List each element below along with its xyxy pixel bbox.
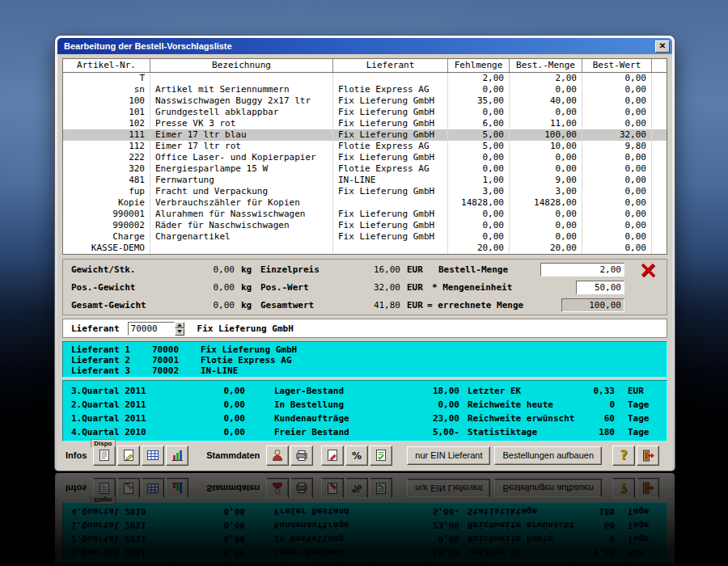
supplier-list-item[interactable]: Lieferant 270001Flotie Express AG: [63, 355, 667, 365]
period-label: 2.Quartal 2011: [71, 398, 176, 412]
question-mark-icon: ?: [620, 448, 628, 463]
period-label: 4.Quartal 2010: [71, 425, 176, 439]
supplier-list-panel: Lieferant 170000Fix Lieferung GmbHLiefer…: [62, 341, 667, 378]
cell-fehlmenge: 6,00: [448, 118, 510, 129]
supplier-list-label: Lieferant 3: [71, 365, 152, 376]
cell-artikel: 990002: [63, 220, 150, 231]
table-row[interactable]: 481FernwartungIN-LINE1,009,000,00: [63, 175, 667, 186]
period-label: 3.Quartal 2011: [71, 384, 176, 398]
exit-button[interactable]: [637, 446, 659, 466]
cell-spare: [652, 95, 667, 107]
column-header[interactable]: Artikel-Nr.: [63, 59, 150, 72]
nur-ein-lieferant-button[interactable]: nur EIN Lieferant: [407, 446, 490, 465]
title-bar[interactable]: Bearbeitung der Bestell-Vorschlagsliste …: [57, 38, 672, 54]
table-view-button[interactable]: [142, 446, 164, 466]
close-button[interactable]: ✕: [655, 40, 670, 53]
customer-master-button[interactable]: [266, 446, 289, 466]
table-row[interactable]: T2,002,000,00: [63, 73, 667, 84]
cell-bezeichnung: Alurahmen für Nasswischwagen: [150, 209, 333, 220]
stock-value: 5,00-: [396, 425, 459, 439]
table-row[interactable]: fupFracht und VerpackungFix Lieferung Gm…: [63, 186, 667, 197]
period-value: 0,00: [176, 398, 245, 412]
column-header[interactable]: Best.-Menge: [510, 59, 582, 72]
table-row[interactable]: snArtikel mit SeriennummernFlotie Expres…: [63, 84, 667, 95]
stats-row: 4.Quartal 20100,00Freier Bestand5,00-Sta…: [63, 425, 667, 439]
errechnete-menge-value: 100,00: [561, 298, 624, 312]
help-button[interactable]: ?: [612, 446, 635, 466]
table-row[interactable]: 222Office Laser- und KopierpapierFix Lie…: [63, 152, 667, 163]
cell-fehlmenge: 0,00: [448, 152, 510, 163]
bestellungen-aufbauen-button[interactable]: Bestellungen aufbauen: [494, 446, 602, 465]
red-x-icon: [640, 261, 658, 279]
table-row[interactable]: 102Presse VK 3 rotFix Lieferung GmbH6,00…: [63, 118, 667, 129]
cell-lieferant: Fix Lieferung GmbH: [333, 107, 448, 118]
cell-artikel: 222: [63, 152, 150, 163]
cancel-button[interactable]: [639, 261, 658, 281]
table-row[interactable]: 112Eimer 17 ltr rotFlotie Express AG5,00…: [63, 141, 667, 152]
cell-bestwert: 0,00: [582, 95, 652, 107]
table-row[interactable]: 100Nasswischwagen Buggy 2x17 ltrFix Lief…: [63, 95, 667, 107]
conditions-button[interactable]: %: [345, 446, 368, 466]
table-row[interactable]: 320Energiesparlampe 15 WFlotie Express A…: [63, 163, 667, 175]
column-header[interactable]: Best-Wert: [582, 59, 652, 72]
supplier-list-item[interactable]: Lieferant 170000Fix Lieferung GmbH: [63, 344, 667, 355]
cell-artikel: 111: [63, 129, 150, 141]
einzelpreis-value: 16,00: [345, 264, 400, 277]
cell-bestmenge: 0,00: [510, 209, 582, 220]
mengeneinheit-label: * Mengeneinheit: [432, 281, 512, 294]
cell-bestwert: 0,00: [582, 209, 652, 220]
cell-fehlmenge: 0,00: [448, 209, 510, 220]
cell-fehlmenge: 14828,00: [448, 197, 510, 209]
table-row[interactable]: KASSE-DEMO20,0020,000,00: [63, 243, 667, 254]
table-row[interactable]: 990002Räder für NaschwischwagenFix Liefe…: [63, 220, 667, 231]
table-row[interactable]: KopieVerbrauchszähler für Kopien14828,00…: [63, 197, 667, 209]
column-header[interactable]: Lieferant: [333, 59, 448, 72]
bestell-menge-input[interactable]: [540, 263, 624, 277]
pos-gewicht-value: 0,00: [159, 281, 235, 294]
supplier-number-input[interactable]: [128, 322, 175, 336]
dispo-tab-label: Dispo: [91, 439, 115, 447]
gesamtwert-label: Gesamtwert: [260, 299, 314, 312]
cell-lieferant: [333, 73, 448, 84]
spinner-up-button[interactable]: [175, 322, 184, 329]
column-header[interactable]: Bezeichnung: [150, 59, 333, 72]
cell-bezeichnung: Presse VK 3 rot: [150, 118, 333, 129]
cell-bezeichnung: [150, 73, 333, 84]
cell-bezeichnung: Energiesparlampe 15 W: [150, 163, 333, 175]
dispo-button[interactable]: Dispo: [93, 446, 116, 466]
supplier-list-item[interactable]: Lieferant 370002IN-LINE: [63, 365, 667, 376]
table-row[interactable]: 990001Alurahmen für NasswischwagenFix Li…: [63, 209, 667, 220]
edit-button[interactable]: [117, 446, 140, 466]
supplier-list-name: Flotie Express AG: [201, 355, 292, 365]
pencil-icon: [122, 449, 135, 462]
cell-bestmenge: 0,00: [510, 152, 582, 163]
statistics-button[interactable]: [166, 446, 188, 466]
stats-panel: 3.Quartal 20110,00Lager-Bestand18,00Letz…: [62, 380, 667, 441]
table-row[interactable]: 101Grundgestell abklappbarFix Lieferung …: [63, 107, 667, 118]
cell-fehlmenge: 35,00: [448, 95, 510, 107]
article-table: Artikel-Nr.BezeichnungLieferantFehlmenge…: [62, 58, 667, 255]
supplier-name: Fix Lieferung GmbH: [197, 323, 294, 334]
metric-label: Statistiktage: [468, 425, 589, 439]
period-value: 0,00: [176, 425, 245, 439]
metric-value: 180: [589, 425, 615, 439]
spinner-down-button[interactable]: [175, 328, 184, 336]
mengeneinheit-input[interactable]: [576, 281, 624, 294]
cell-bezeichnung: Fracht und Verpackung: [150, 186, 333, 197]
cell-lieferant: Fix Lieferung GmbH: [333, 186, 448, 197]
print-button[interactable]: [290, 446, 313, 466]
notes-button[interactable]: [370, 446, 392, 466]
kg-unit: kg: [241, 264, 252, 277]
column-header[interactable]: Fehlmenge: [448, 59, 510, 72]
cell-bestwert: 9,80: [582, 141, 652, 152]
table-row[interactable]: 111Eimer 17 ltr blauFix Lieferung GmbH5,…: [63, 129, 667, 141]
kg-unit: kg: [241, 299, 252, 312]
stats-row: 3.Quartal 20110,00Lager-Bestand18,00Letz…: [63, 384, 667, 398]
table-row[interactable]: ChargeChargenartikelFix Lieferung GmbH0,…: [63, 231, 667, 243]
cell-lieferant: Fix Lieferung GmbH: [333, 129, 448, 141]
article-edit-button[interactable]: [321, 446, 344, 466]
cell-spare: [652, 231, 667, 243]
cell-bestwert: 0,00: [582, 84, 652, 95]
cell-spare: [652, 84, 667, 95]
dispo-list-icon: [98, 449, 111, 462]
